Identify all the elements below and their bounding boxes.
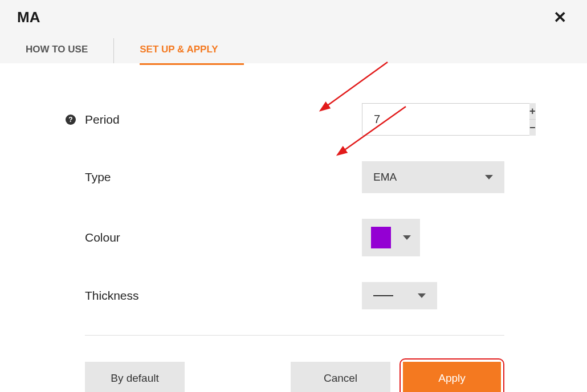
thickness-select[interactable] bbox=[362, 282, 437, 309]
thickness-label: Thickness bbox=[66, 289, 139, 303]
dialog-title: MA bbox=[17, 9, 40, 26]
divider bbox=[85, 335, 504, 336]
period-decrement-button[interactable]: − bbox=[529, 120, 536, 136]
by-default-button[interactable]: By default bbox=[85, 362, 185, 392]
close-icon[interactable]: ✕ bbox=[550, 8, 570, 27]
buttons-row: By default Cancel Apply bbox=[66, 358, 504, 392]
apply-button[interactable]: Apply bbox=[403, 362, 501, 392]
type-label: Type bbox=[66, 170, 111, 184]
tabs: HOW TO USE SET UP & APPLY bbox=[0, 27, 587, 63]
period-label: Period bbox=[85, 113, 120, 126]
colour-select[interactable] bbox=[362, 219, 420, 256]
type-select[interactable]: EMA bbox=[362, 161, 504, 193]
cancel-button[interactable]: Cancel bbox=[291, 362, 390, 392]
tab-set-up-apply[interactable]: SET UP & APPLY bbox=[140, 38, 243, 65]
period-increment-button[interactable]: + bbox=[529, 103, 536, 120]
type-row: Type EMA bbox=[66, 161, 504, 193]
tab-how-to-use[interactable]: HOW TO USE bbox=[26, 38, 114, 63]
dialog-header: MA ✕ HOW TO USE SET UP & APPLY bbox=[0, 0, 587, 63]
colour-label: Colour bbox=[66, 231, 120, 244]
period-control: + − bbox=[362, 103, 504, 136]
period-row: ? Period + − bbox=[66, 103, 504, 136]
thickness-row: Thickness bbox=[66, 282, 504, 309]
svg-line-0 bbox=[326, 62, 388, 107]
type-value: EMA bbox=[373, 171, 397, 183]
apply-highlight: Apply bbox=[400, 358, 504, 392]
period-input[interactable] bbox=[362, 103, 529, 136]
chevron-down-icon bbox=[485, 175, 493, 179]
colour-swatch bbox=[371, 227, 391, 248]
help-icon[interactable]: ? bbox=[66, 115, 76, 125]
thickness-preview bbox=[373, 295, 393, 296]
chevron-down-icon bbox=[418, 293, 426, 298]
chevron-down-icon bbox=[403, 235, 411, 240]
colour-row: Colour bbox=[66, 219, 504, 256]
settings-form: ? Period + − Type EMA Colour Th bbox=[0, 63, 587, 392]
